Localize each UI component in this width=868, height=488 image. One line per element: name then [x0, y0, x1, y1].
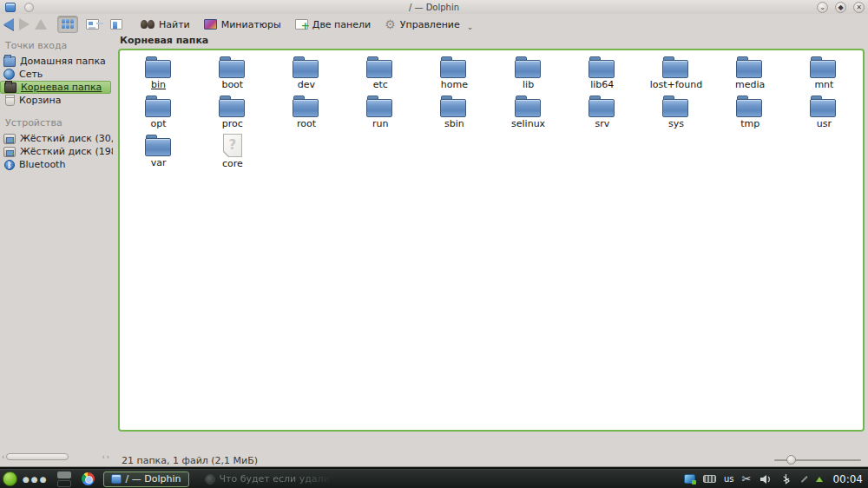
file-item[interactable]: srv [565, 95, 639, 134]
folder-view[interactable]: bin boot dev [118, 49, 865, 432]
file-item[interactable]: lib [491, 56, 565, 95]
tray-expander-icon[interactable] [816, 477, 823, 482]
launcher-dots-icon[interactable]: ●●● [23, 475, 49, 484]
file-item[interactable]: core [195, 134, 269, 173]
network-status-icon[interactable] [801, 476, 807, 482]
icons-view-button[interactable] [57, 16, 78, 33]
file-icon [293, 95, 320, 117]
file-icon [810, 56, 838, 78]
sidebar-item-disk2[interactable]: Жёсткий диск (198,9 Г [0, 145, 113, 158]
file-item[interactable]: boot [195, 56, 269, 95]
file-item[interactable]: usr [787, 95, 861, 134]
hard-disk-icon [3, 147, 16, 157]
file-item[interactable]: dev [269, 56, 343, 95]
find-button[interactable]: Найти [141, 19, 190, 30]
file-item[interactable]: tmp [713, 95, 787, 134]
file-item[interactable]: media [713, 56, 787, 95]
chrome-icon[interactable] [82, 472, 95, 485]
file-item[interactable]: etc [344, 56, 418, 95]
task-browser[interactable]: Что будет если удалить па [198, 472, 337, 487]
status-text: 21 папка, 1 файл (2,1 МиБ) [122, 455, 258, 466]
minimize-button[interactable]: ⌄ [817, 2, 828, 13]
breadcrumb[interactable]: Корневая папка [120, 35, 208, 48]
sidebar-item-trash[interactable]: Корзина [0, 94, 113, 107]
scroll-right-icon[interactable]: › [107, 453, 109, 461]
file-icon [515, 56, 542, 78]
file-icon [662, 95, 690, 117]
desktop-pager[interactable] [57, 472, 71, 487]
details-view-button[interactable] [82, 16, 102, 33]
file-icon [440, 56, 468, 78]
sidebar-item-root[interactable]: Корневая папка [0, 81, 111, 94]
file-icon [736, 95, 764, 117]
scroll-left-icon[interactable]: ‹ [2, 453, 4, 461]
volume-icon[interactable] [759, 472, 772, 485]
devices-header: Устройства [5, 117, 113, 129]
clock[interactable]: 00:04 [832, 473, 863, 485]
file-item[interactable]: lib64 [565, 56, 639, 95]
bluetooth-icon: ᛒ [4, 160, 15, 170]
columns-view-button[interactable] [106, 16, 127, 33]
scrollbar-thumb[interactable] [6, 453, 69, 460]
places-panel: Точки входа Домашняя папка Сеть Корневая… [0, 35, 113, 466]
file-item[interactable]: var [122, 134, 195, 173]
file-icon [810, 95, 838, 117]
sidebar-item-bluetooth[interactable]: ᛒ Bluetooth [0, 158, 113, 171]
file-item[interactable]: lost+found [639, 56, 713, 95]
browser-task-icon [205, 474, 215, 485]
file-icon [293, 56, 320, 78]
maximize-button[interactable]: ◆ [835, 2, 846, 13]
back-button[interactable] [3, 18, 14, 30]
sidebar-item-network[interactable]: Сеть [0, 68, 113, 81]
sidebar-item-home[interactable]: Домашняя папка [0, 55, 113, 68]
file-icon [589, 56, 616, 78]
device-notifier-icon[interactable] [684, 474, 695, 484]
file-item[interactable]: run [344, 95, 418, 134]
previews-label: Миниатюры [221, 19, 281, 30]
scroll-left2-icon[interactable]: ‹ [102, 453, 105, 461]
split-button[interactable]: Две панели [295, 19, 371, 30]
file-item[interactable]: selinux [491, 95, 565, 134]
file-item[interactable]: sbin [418, 95, 491, 134]
keyboard-layout-indicator[interactable]: us [724, 474, 734, 484]
forward-button[interactable] [19, 18, 30, 30]
file-item[interactable]: root [269, 95, 343, 134]
sidebar-item-disk1[interactable]: Жёсткий диск (30,0 Ги [0, 132, 113, 145]
control-label: Управление [400, 19, 460, 30]
sidebar-horizontal-scrollbar[interactable]: ‹ ‹ › [2, 452, 109, 461]
trash-icon [5, 96, 15, 106]
file-item[interactable]: proc [195, 95, 269, 134]
file-item[interactable]: opt [122, 95, 195, 134]
window-title: / — Dolphin [0, 3, 868, 12]
file-item[interactable]: sys [639, 95, 713, 134]
file-icon [223, 134, 242, 157]
previews-button[interactable]: Миниатюры [204, 19, 281, 30]
chevron-down-icon: ⌄ [467, 23, 474, 31]
app-launcher-icon[interactable] [3, 472, 17, 486]
split-panels-icon [295, 19, 308, 30]
find-label: Найти [159, 19, 190, 30]
bluetooth-tray-icon[interactable] [779, 472, 792, 485]
file-item[interactable]: bin [122, 56, 195, 95]
pager-desktop-1[interactable] [57, 472, 71, 478]
toolbar: Найти Миниатюры Две панели ⚙ Управление … [0, 14, 868, 35]
keyboard-icon[interactable] [703, 475, 716, 483]
pager-desktop-2[interactable] [57, 480, 71, 487]
zoom-slider[interactable] [774, 455, 861, 465]
task-dolphin[interactable]: / — Dolphin [103, 472, 189, 487]
titlebar[interactable]: / — Dolphin ⌄ ◆ ✕ [0, 0, 868, 14]
file-item[interactable]: home [418, 56, 491, 95]
file-item[interactable]: mnt [787, 56, 861, 95]
control-button[interactable]: ⚙ Управление ⌄ [385, 17, 473, 31]
hard-disk-icon [3, 134, 16, 144]
close-button[interactable]: ✕ [853, 2, 865, 13]
columns-view-icon [110, 19, 122, 30]
file-icon [589, 95, 616, 117]
taskbar: ●●● / — Dolphin Что будет если удалить п… [0, 469, 868, 488]
zoom-slider-handle[interactable] [786, 455, 796, 465]
network-globe-icon [3, 69, 15, 80]
up-button[interactable] [35, 19, 47, 30]
dolphin-window: / — Dolphin ⌄ ◆ ✕ Найти [0, 0, 868, 467]
klipper-scissors-icon[interactable]: ✂ [742, 473, 752, 485]
file-icon [366, 95, 394, 117]
